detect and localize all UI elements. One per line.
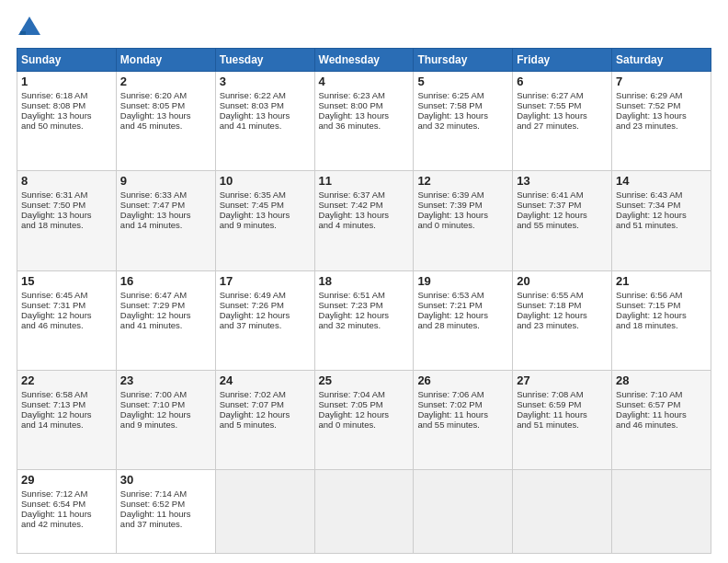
cell-info-line: and 55 minutes. (417, 419, 508, 430)
cell-info-line: and 32 minutes. (417, 121, 508, 131)
cell-info-line: Sunrise: 6:27 AM (517, 90, 608, 100)
cell-info-line: Sunset: 7:02 PM (417, 399, 508, 409)
cell-info-line: Daylight: 13 hours (220, 210, 311, 220)
cell-info-line: Sunrise: 6:47 AM (120, 290, 211, 300)
svg-rect-1 (26, 28, 33, 35)
calendar-cell: 17Sunrise: 6:49 AMSunset: 7:26 PMDayligh… (215, 270, 314, 370)
calendar-cell (414, 470, 513, 554)
cell-info-line: and 28 minutes. (417, 320, 508, 330)
cell-info-line: Sunset: 7:13 PM (21, 399, 112, 409)
calendar-cell: 22Sunrise: 6:58 AMSunset: 7:13 PMDayligh… (17, 370, 117, 469)
cell-info-line: Sunset: 8:08 PM (21, 100, 112, 110)
day-number: 17 (220, 274, 311, 288)
cell-info-line: Daylight: 12 hours (517, 210, 608, 220)
cell-info-line: Sunset: 7:37 PM (517, 200, 608, 210)
cell-info-line: Sunrise: 6:49 AM (220, 290, 311, 300)
cell-info-line: Sunrise: 6:39 AM (417, 190, 508, 200)
cell-info-line: and 41 minutes. (120, 320, 211, 330)
cell-info-line: Daylight: 13 hours (319, 110, 410, 121)
cell-info-line: and 41 minutes. (220, 121, 311, 131)
calendar-cell: 21Sunrise: 6:56 AMSunset: 7:15 PMDayligh… (612, 270, 711, 370)
cell-info-line: and 51 minutes. (616, 220, 707, 230)
cell-info-line: Sunrise: 6:22 AM (220, 90, 311, 100)
cell-info-line: and 46 minutes. (616, 419, 707, 430)
cell-info-line: Daylight: 12 hours (517, 310, 608, 320)
day-number: 14 (616, 174, 707, 188)
cell-info-line: Sunrise: 6:37 AM (319, 190, 410, 200)
cell-info-line: Sunrise: 6:29 AM (616, 90, 707, 100)
day-number: 27 (517, 373, 608, 387)
cell-info-line: Sunrise: 6:35 AM (220, 190, 311, 200)
cell-info-line: Daylight: 13 hours (616, 110, 707, 121)
day-number: 19 (417, 274, 508, 288)
cell-info-line: Sunset: 7:50 PM (21, 200, 112, 210)
calendar-cell: 19Sunrise: 6:53 AMSunset: 7:21 PMDayligh… (414, 270, 513, 370)
cell-info-line: and 50 minutes. (21, 121, 112, 131)
calendar-cell: 24Sunrise: 7:02 AMSunset: 7:07 PMDayligh… (215, 370, 314, 469)
cell-info-line: Sunset: 7:42 PM (319, 200, 410, 210)
cell-info-line: and 5 minutes. (220, 419, 311, 430)
cell-info-line: Sunrise: 6:31 AM (21, 190, 112, 200)
cell-info-line: Daylight: 11 hours (417, 409, 508, 419)
cell-info-line: Sunrise: 6:33 AM (120, 190, 211, 200)
cell-info-line: Sunrise: 7:06 AM (417, 389, 508, 399)
cell-info-line: Daylight: 11 hours (21, 509, 112, 519)
cell-info-line: Sunset: 8:05 PM (120, 100, 211, 110)
cell-info-line: and 23 minutes. (616, 121, 707, 131)
calendar-cell: 25Sunrise: 7:04 AMSunset: 7:05 PMDayligh… (314, 370, 414, 469)
calendar-cell: 13Sunrise: 6:41 AMSunset: 7:37 PMDayligh… (513, 171, 612, 270)
calendar-cell: 7Sunrise: 6:29 AMSunset: 7:52 PMDaylight… (612, 72, 711, 171)
cell-info-line: Sunrise: 6:55 AM (517, 290, 608, 300)
cell-info-line: Daylight: 12 hours (220, 409, 311, 419)
page: SundayMondayTuesdayWednesdayThursdayFrid… (0, 0, 728, 563)
day-number: 3 (220, 75, 311, 88)
cell-info-line: Sunset: 6:54 PM (21, 499, 112, 509)
calendar-cell: 18Sunrise: 6:51 AMSunset: 7:23 PMDayligh… (314, 270, 414, 370)
cell-info-line: Sunrise: 7:02 AM (220, 389, 311, 399)
cell-info-line: Sunset: 6:57 PM (616, 399, 707, 409)
cell-info-line: and 36 minutes. (319, 121, 410, 131)
cell-info-line: Sunrise: 6:58 AM (21, 389, 112, 399)
cell-info-line: Sunset: 7:15 PM (616, 300, 707, 310)
day-number: 24 (220, 373, 311, 387)
calendar-cell: 26Sunrise: 7:06 AMSunset: 7:02 PMDayligh… (414, 370, 513, 469)
cell-info-line: and 55 minutes. (517, 220, 608, 230)
day-number: 25 (319, 373, 410, 387)
cell-info-line: Sunset: 7:45 PM (220, 200, 311, 210)
day-number: 26 (417, 373, 508, 387)
calendar-table: SundayMondayTuesdayWednesdayThursdayFrid… (17, 48, 711, 554)
cell-info-line: and 14 minutes. (120, 220, 211, 230)
cell-info-line: Sunset: 7:34 PM (616, 200, 707, 210)
cell-info-line: Sunset: 7:07 PM (220, 399, 311, 409)
weekday-header: Monday (116, 49, 215, 72)
cell-info-line: Daylight: 13 hours (319, 210, 410, 220)
cell-info-line: Sunrise: 7:10 AM (616, 389, 707, 399)
calendar-cell: 6Sunrise: 6:27 AMSunset: 7:55 PMDaylight… (513, 72, 612, 171)
cell-info-line: Daylight: 13 hours (417, 110, 508, 121)
day-number: 12 (417, 174, 508, 188)
calendar-cell: 3Sunrise: 6:22 AMSunset: 8:03 PMDaylight… (215, 72, 314, 171)
day-number: 20 (517, 274, 608, 288)
calendar-cell: 9Sunrise: 6:33 AMSunset: 7:47 PMDaylight… (116, 171, 215, 270)
cell-info-line: Sunrise: 6:20 AM (120, 90, 211, 100)
cell-info-line: Daylight: 12 hours (21, 310, 112, 320)
cell-info-line: Sunset: 7:23 PM (319, 300, 410, 310)
weekday-header: Tuesday (215, 49, 314, 72)
cell-info-line: and 32 minutes. (319, 320, 410, 330)
cell-info-line: and 42 minutes. (21, 519, 112, 529)
cell-info-line: Sunrise: 6:56 AM (616, 290, 707, 300)
cell-info-line: and 37 minutes. (120, 519, 211, 529)
cell-info-line: Daylight: 11 hours (616, 409, 707, 419)
calendar-cell: 5Sunrise: 6:25 AMSunset: 7:58 PMDaylight… (414, 72, 513, 171)
cell-info-line: Daylight: 13 hours (21, 210, 112, 220)
header (17, 15, 711, 40)
calendar-cell: 28Sunrise: 7:10 AMSunset: 6:57 PMDayligh… (612, 370, 711, 469)
cell-info-line: Sunset: 6:52 PM (120, 499, 211, 509)
cell-info-line: Sunrise: 7:00 AM (120, 389, 211, 399)
cell-info-line: and 18 minutes. (616, 320, 707, 330)
calendar-cell (612, 470, 711, 554)
cell-info-line: and 14 minutes. (21, 419, 112, 430)
cell-info-line: Daylight: 12 hours (319, 310, 410, 320)
calendar-cell: 30Sunrise: 7:14 AMSunset: 6:52 PMDayligh… (116, 470, 215, 554)
cell-info-line: Sunset: 7:29 PM (120, 300, 211, 310)
